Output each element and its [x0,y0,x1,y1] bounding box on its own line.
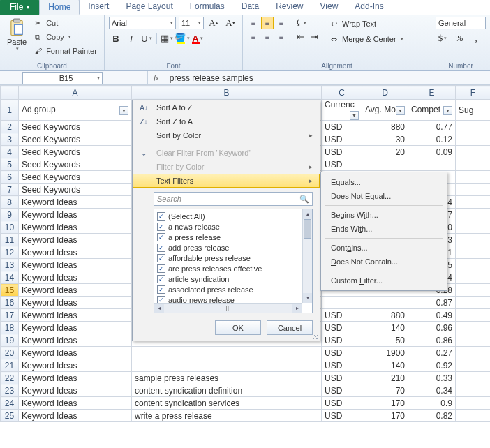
cell[interactable]: 0.96 [408,322,456,334]
cell[interactable] [456,372,491,384]
align-bottom-button[interactable]: ≡ [275,17,288,29]
cell[interactable]: 20 [362,146,408,158]
row-header[interactable]: 18 [1,322,19,334]
filter-dropdown-button[interactable]: ▼ [396,106,405,115]
formula-bar[interactable]: press release samples [165,73,490,83]
cell[interactable] [456,259,491,271]
scroll-up-button[interactable]: ▴ [303,209,312,219]
row-header[interactable]: 7 [1,184,19,196]
align-middle-button[interactable]: ≡ [261,17,274,29]
cell[interactable]: 880 [362,121,408,133]
cell[interactable]: USD [322,309,362,322]
tab-home[interactable]: Home [39,0,80,15]
cell[interactable]: 30 [362,133,408,146]
cell[interactable]: 0.92 [408,359,456,372]
cell[interactable]: 210 [362,372,408,384]
align-center-button[interactable]: ≡ [261,31,274,43]
cell[interactable] [456,133,491,146]
cell[interactable] [456,284,491,297]
cell[interactable]: Keyword Ideas [19,359,132,372]
paste-button[interactable]: Paste▾ [4,17,29,53]
cell[interactable] [456,246,491,259]
bold-button[interactable]: B [109,32,123,45]
cell[interactable]: 0.86 [408,334,456,347]
cell[interactable] [456,271,491,284]
cell[interactable] [456,359,491,372]
col-header-A[interactable]: A [19,86,132,100]
percent-button[interactable]: % [452,32,466,45]
row-header[interactable]: 23 [1,384,19,397]
cell[interactable] [456,334,491,347]
row-header[interactable]: 9 [1,209,19,221]
row-header[interactable]: 5 [1,158,19,171]
format-painter-button[interactable]: 🖌Format Painter [32,45,97,57]
cell[interactable]: USD [322,334,362,347]
begins-with-item[interactable]: Begins With... [321,208,447,222]
italic-button[interactable]: I [124,32,138,45]
cell[interactable]: 140 [362,359,408,372]
col-header-E[interactable]: E [408,86,456,100]
row-header[interactable]: 17 [1,309,19,322]
cell[interactable]: Keyword Ideas [19,397,132,410]
cell[interactable]: Keyword Ideas [19,259,132,271]
cell[interactable] [456,384,491,397]
cell[interactable] [132,359,322,372]
cell[interactable]: USD [322,372,362,384]
cell[interactable] [456,221,491,234]
cell[interactable]: 0.34 [408,384,456,397]
underline-button[interactable]: U▾ [140,32,154,45]
cell[interactable]: 170 [362,410,408,422]
decrease-indent-button[interactable]: ⇤ [293,31,307,43]
row-header[interactable]: 1 [1,100,19,121]
cell[interactable]: 0.12 [408,133,456,146]
cell[interactable]: Seed Keywords [19,158,132,171]
does-not-equal-item[interactable]: Does Not Equal... [321,189,447,203]
col-header-B[interactable]: B [132,86,322,100]
row-header[interactable]: 2 [1,121,19,133]
cell[interactable] [456,158,491,171]
scroll-down-button[interactable]: ▾ [303,293,312,303]
row-header[interactable]: 21 [1,359,19,372]
cell[interactable]: USD [322,146,362,158]
row-header[interactable]: 8 [1,196,19,209]
cell[interactable]: Keyword Ideas [19,410,132,422]
cell[interactable] [456,121,491,133]
cell[interactable] [456,234,491,246]
tab-add-ins[interactable]: Add-Ins [346,0,392,15]
increase-font-button[interactable]: A▴ [207,17,221,29]
cell[interactable]: 0.27 [408,347,456,359]
cell[interactable]: 140 [362,322,408,334]
cell[interactable] [362,158,408,171]
increase-indent-button[interactable]: ⇥ [307,31,321,43]
scroll-right-button[interactable]: ▸ [292,304,302,313]
cell[interactable]: Ad group▼ [19,100,132,121]
cell[interactable]: USD [322,121,362,133]
cell[interactable]: Seed Keywords [19,171,132,184]
wrap-text-button[interactable]: ↩Wrap Text [328,17,403,31]
cell[interactable]: USD [322,347,362,359]
merge-center-button[interactable]: ⇔Merge & Center▾ [328,32,403,46]
cell[interactable] [456,322,491,334]
row-header[interactable]: 4 [1,146,19,158]
cell[interactable] [132,347,322,359]
filter-check-item[interactable]: ✓a news release [157,221,299,232]
cell[interactable]: Seed Keywords [19,146,132,158]
tab-view[interactable]: View [312,0,347,15]
cell[interactable]: write a press release [132,410,322,422]
cell[interactable] [456,196,491,209]
filter-check-item[interactable]: ✓audio news release [157,294,299,303]
currency-button[interactable]: $▾ [436,32,450,45]
font-color-button[interactable]: A▾ [191,32,205,45]
scroll-left-button[interactable]: ◂ [154,304,164,313]
row-header[interactable]: 20 [1,347,19,359]
row-header[interactable]: 14 [1,271,19,284]
row-header[interactable]: 11 [1,234,19,246]
col-header-C[interactable]: C [322,86,362,100]
cell[interactable]: Seed Keywords [19,121,132,133]
text-filters-item[interactable]: Text Filters▸ [133,174,320,188]
row-header[interactable]: 15 [1,284,19,297]
row-header[interactable]: 3 [1,133,19,146]
sort-by-color-item[interactable]: Sort by Color▸ [133,128,320,142]
row-header[interactable]: 13 [1,259,19,271]
cancel-button[interactable]: Cancel [267,320,313,335]
